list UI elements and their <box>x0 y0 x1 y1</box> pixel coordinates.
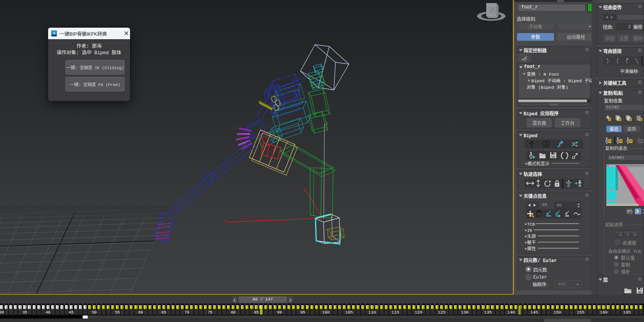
svg-text:115: 115 <box>392 310 399 315</box>
svg-text:155: 155 <box>577 310 584 315</box>
svg-text:100: 100 <box>322 310 330 315</box>
svg-text:120: 120 <box>415 310 422 315</box>
svg-text:125: 125 <box>438 310 445 315</box>
svg-text:3: 3 <box>53 31 55 35</box>
svg-text:110: 110 <box>369 310 376 315</box>
svg-text:45: 45 <box>68 310 73 315</box>
svg-text:Y: Y <box>224 220 227 224</box>
svg-text:55: 55 <box>115 310 120 315</box>
svg-text:X: X <box>303 188 305 193</box>
svg-text:65: 65 <box>161 310 166 315</box>
svg-text:145: 145 <box>531 310 538 315</box>
svg-text:95: 95 <box>300 310 305 315</box>
svg-text:60: 60 <box>138 310 143 315</box>
svg-text:35: 35 <box>22 310 27 315</box>
svg-text:85: 85 <box>254 310 259 315</box>
svg-text:150: 150 <box>554 310 561 315</box>
svg-text:30: 30 <box>0 310 4 315</box>
svg-text:130: 130 <box>461 310 469 315</box>
svg-text:70: 70 <box>184 310 189 315</box>
svg-text:160: 160 <box>600 310 608 315</box>
svg-text:50: 50 <box>92 310 97 315</box>
svg-text:90: 90 <box>277 310 282 315</box>
svg-text:40: 40 <box>45 310 50 315</box>
svg-text:165: 165 <box>623 310 631 315</box>
svg-text:80: 80 <box>231 310 236 315</box>
svg-text:135: 135 <box>484 310 492 315</box>
svg-text:140: 140 <box>507 310 515 315</box>
svg-text:75: 75 <box>207 310 212 315</box>
svg-text:105: 105 <box>345 310 353 315</box>
